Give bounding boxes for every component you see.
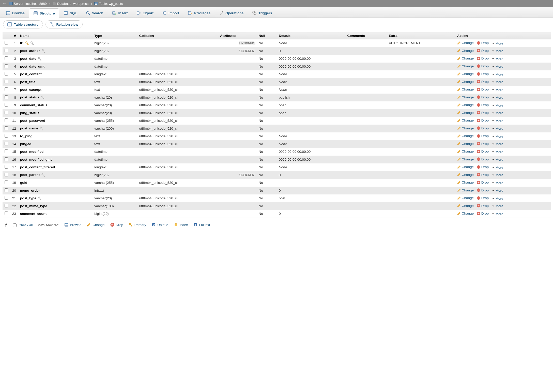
more-button[interactable]: More bbox=[492, 212, 503, 216]
drop-button[interactable]: Drop bbox=[477, 212, 489, 215]
drop-button[interactable]: Drop bbox=[477, 41, 489, 45]
more-button[interactable]: More bbox=[492, 119, 503, 123]
drop-button[interactable]: Drop bbox=[477, 126, 489, 130]
tab-structure[interactable]: Structure bbox=[29, 8, 59, 18]
more-button[interactable]: More bbox=[492, 127, 503, 130]
more-button[interactable]: More bbox=[492, 197, 503, 200]
more-button[interactable]: More bbox=[492, 142, 503, 146]
drop-button[interactable]: Drop bbox=[477, 56, 489, 60]
tab-privileges[interactable]: Privileges bbox=[183, 8, 215, 18]
more-button[interactable]: More bbox=[492, 96, 503, 99]
tab-sql[interactable]: SQL bbox=[59, 8, 81, 18]
subtab-table-structure[interactable]: Table structure bbox=[3, 20, 43, 28]
breadcrumb-server-link[interactable]: localhost:8889 bbox=[25, 2, 47, 6]
subtab-relation-view[interactable]: Relation view bbox=[45, 20, 83, 28]
change-button[interactable]: Change bbox=[457, 196, 474, 200]
row-checkbox[interactable] bbox=[5, 118, 8, 122]
drop-button[interactable]: Drop bbox=[477, 173, 489, 177]
change-button[interactable]: Change bbox=[457, 64, 474, 68]
row-checkbox[interactable] bbox=[5, 111, 8, 114]
change-button[interactable]: Change bbox=[457, 204, 474, 208]
drop-button[interactable]: Drop bbox=[477, 80, 489, 84]
more-button[interactable]: More bbox=[492, 134, 503, 138]
change-button[interactable]: Change bbox=[457, 157, 474, 161]
breadcrumb-database[interactable]: Database: wordpress bbox=[53, 2, 88, 6]
tab-triggers[interactable]: Triggers bbox=[248, 8, 276, 18]
breadcrumb-database-link[interactable]: wordpress bbox=[73, 2, 88, 6]
more-button[interactable]: More bbox=[492, 72, 503, 76]
more-button[interactable]: More bbox=[492, 173, 503, 177]
breadcrumb-table-link[interactable]: wp_posts bbox=[109, 2, 123, 6]
row-checkbox[interactable] bbox=[5, 180, 8, 184]
change-button[interactable]: Change bbox=[457, 188, 474, 192]
drop-button[interactable]: Drop bbox=[477, 103, 489, 107]
row-checkbox[interactable] bbox=[5, 142, 8, 145]
row-checkbox[interactable] bbox=[5, 80, 8, 83]
drop-button[interactable]: Drop bbox=[477, 134, 489, 138]
tab-import[interactable]: Import bbox=[158, 8, 183, 18]
row-checkbox[interactable] bbox=[5, 41, 8, 44]
row-checkbox[interactable] bbox=[5, 49, 8, 52]
drop-button[interactable]: Drop bbox=[477, 188, 489, 192]
row-checkbox[interactable] bbox=[5, 87, 8, 91]
change-button[interactable]: Change bbox=[457, 173, 474, 177]
change-button[interactable]: Change bbox=[457, 56, 474, 60]
drop-button[interactable]: Drop bbox=[477, 87, 489, 91]
footer-index-button[interactable]: Index bbox=[174, 223, 188, 227]
row-checkbox[interactable] bbox=[5, 212, 8, 215]
more-button[interactable]: More bbox=[492, 103, 503, 107]
footer-unique-button[interactable]: Unique bbox=[152, 223, 168, 227]
row-checkbox[interactable] bbox=[5, 188, 8, 192]
tab-search[interactable]: Search bbox=[81, 8, 108, 18]
change-button[interactable]: Change bbox=[457, 126, 474, 130]
more-button[interactable]: More bbox=[492, 150, 503, 154]
more-button[interactable]: More bbox=[492, 65, 503, 68]
change-button[interactable]: Change bbox=[457, 180, 474, 184]
drop-button[interactable]: Drop bbox=[477, 49, 489, 53]
tab-browse[interactable]: Browse bbox=[2, 8, 29, 18]
more-button[interactable]: More bbox=[492, 158, 503, 161]
change-button[interactable]: Change bbox=[457, 95, 474, 99]
drop-button[interactable]: Drop bbox=[477, 72, 489, 76]
drop-button[interactable]: Drop bbox=[477, 196, 489, 200]
row-checkbox[interactable] bbox=[5, 196, 8, 200]
change-button[interactable]: Change bbox=[457, 111, 474, 115]
footer-primary-button[interactable]: Primary bbox=[129, 223, 146, 227]
check-all-link[interactable]: Check all bbox=[19, 223, 33, 227]
footer-fulltext-button[interactable]: Fulltext bbox=[193, 223, 210, 227]
row-checkbox[interactable] bbox=[5, 72, 8, 76]
row-checkbox[interactable] bbox=[5, 165, 8, 169]
change-button[interactable]: Change bbox=[457, 134, 474, 138]
drop-button[interactable]: Drop bbox=[477, 157, 489, 161]
row-checkbox[interactable] bbox=[5, 103, 8, 107]
row-checkbox[interactable] bbox=[5, 149, 8, 153]
breadcrumb-table[interactable]: Table: wp_posts bbox=[94, 2, 123, 6]
change-button[interactable]: Change bbox=[457, 41, 474, 45]
more-button[interactable]: More bbox=[492, 204, 503, 208]
change-button[interactable]: Change bbox=[457, 49, 474, 53]
drop-button[interactable]: Drop bbox=[477, 118, 489, 122]
change-button[interactable]: Change bbox=[457, 212, 474, 215]
drop-button[interactable]: Drop bbox=[477, 111, 489, 115]
drop-button[interactable]: Drop bbox=[477, 165, 489, 169]
row-checkbox[interactable] bbox=[5, 56, 8, 60]
change-button[interactable]: Change bbox=[457, 165, 474, 169]
row-checkbox[interactable] bbox=[5, 173, 8, 176]
drop-button[interactable]: Drop bbox=[477, 204, 489, 208]
more-button[interactable]: More bbox=[492, 49, 503, 53]
change-button[interactable]: Change bbox=[457, 72, 474, 76]
breadcrumb-server[interactable]: Server: localhost:8889 bbox=[9, 2, 47, 6]
back-arrow-icon[interactable]: ← bbox=[2, 1, 8, 6]
more-button[interactable]: More bbox=[492, 80, 503, 84]
drop-button[interactable]: Drop bbox=[477, 95, 489, 99]
tab-export[interactable]: Export bbox=[132, 8, 158, 18]
more-button[interactable]: More bbox=[492, 111, 503, 115]
row-checkbox[interactable] bbox=[5, 134, 8, 138]
drop-button[interactable]: Drop bbox=[477, 149, 489, 153]
change-button[interactable]: Change bbox=[457, 149, 474, 153]
change-button[interactable]: Change bbox=[457, 142, 474, 146]
row-checkbox[interactable] bbox=[5, 157, 8, 161]
more-button[interactable]: More bbox=[492, 41, 503, 45]
tab-insert[interactable]: Insert bbox=[108, 8, 132, 18]
more-button[interactable]: More bbox=[492, 165, 503, 169]
